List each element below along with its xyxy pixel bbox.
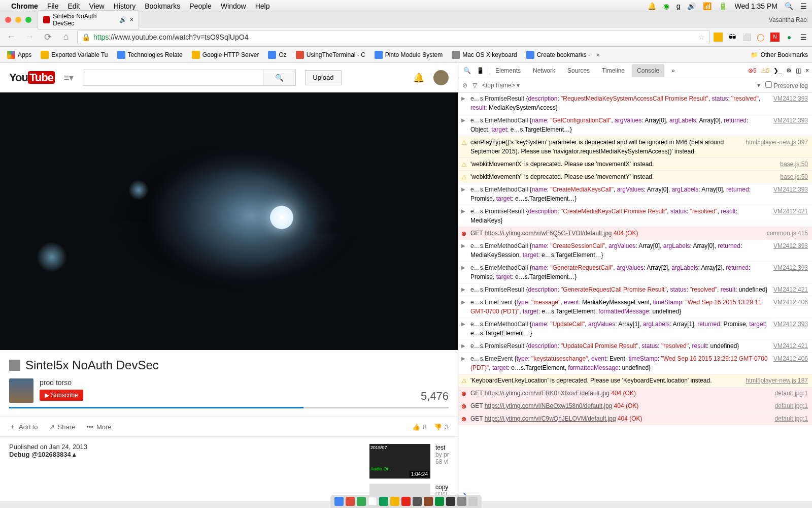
apps-button[interactable]: Apps (4, 49, 35, 60)
dock-app-icon[interactable] (346, 497, 355, 506)
console-log-obj[interactable]: e…s.EmeMethodCall {name: "UpdateCall", a… (458, 318, 812, 340)
zoom-window-button[interactable] (25, 17, 31, 23)
log-source-link[interactable]: html5player-new.js:397 (740, 138, 808, 156)
battery-icon[interactable]: 🔋 (719, 2, 727, 10)
bookmark-item[interactable]: Create bookmarks - (523, 49, 593, 60)
dock-icon[interactable]: ◫ (796, 67, 801, 74)
browser-tab[interactable]: Sintel5x NoAuth DevSec 🔊 × (38, 10, 139, 29)
console-log-warn[interactable]: canPlayType()'s 'keySystem' parameter is… (458, 136, 812, 158)
log-source-link[interactable]: VM2412:393 (768, 94, 808, 112)
console-log-obj[interactable]: e…s.EmeMethodCall {name: "GenerateReques… (458, 262, 812, 283)
log-source-link[interactable]: VM2412:393 (768, 263, 808, 281)
drawer-icon[interactable]: ❯_ (773, 67, 782, 74)
ext-icon-1[interactable] (714, 33, 723, 42)
console-prompt[interactable]: ❯ (458, 490, 812, 501)
bookmark-item[interactable]: Mac OS X keyboard (449, 49, 520, 60)
notification-icon[interactable]: 🔔 (648, 2, 656, 10)
log-source-link[interactable]: html5player-new.js:187 (740, 376, 808, 385)
warning-count[interactable]: ⚠5 (761, 67, 770, 74)
youtube-logo[interactable]: YouTube (9, 71, 55, 84)
account-avatar[interactable] (433, 70, 449, 85)
menu-window[interactable]: Window (221, 2, 246, 10)
dock-app-icon[interactable] (368, 497, 377, 506)
log-source-link[interactable]: VM2412:406 (768, 354, 808, 372)
ext-icon-2[interactable]: 🕶 (728, 33, 737, 42)
tab-audio-icon[interactable]: 🔊 (119, 16, 127, 23)
related-item[interactable]: 2015/07Audio On.1:04:24 testby pr68 vi (369, 444, 456, 479)
google-icon[interactable]: g (676, 2, 681, 10)
bookmark-item[interactable]: UsingTheTerminal - C (293, 49, 368, 60)
tab-close-icon[interactable]: × (130, 16, 133, 23)
close-window-button[interactable] (5, 17, 11, 23)
console-log-obj[interactable]: e…s.EmeMethodCall {name: "CreateSessionC… (458, 240, 812, 262)
like-button[interactable]: 👍8 (412, 423, 427, 431)
console-log-obj[interactable]: e…s.EmeMethodCall {name: "CreateMediaKey… (458, 183, 812, 205)
log-source-link[interactable]: default.jpg:1 (770, 414, 808, 423)
log-source-link[interactable]: VM2412:421 (768, 285, 808, 294)
bookmark-item[interactable]: Technologies Relate (114, 49, 186, 60)
log-source-link[interactable]: VM2412:393 (768, 116, 808, 134)
address-bar[interactable]: 🔒 https://www.youtube.com/watch?v=tsO9Sq… (77, 30, 709, 44)
console-log-obj[interactable]: e…s.PromiseResult {description: "Request… (458, 92, 812, 114)
tab-console[interactable]: Console (632, 64, 664, 77)
subscribe-button[interactable]: ▶ Subscribe (40, 390, 83, 401)
log-source-link[interactable]: base.js:50 (775, 172, 808, 181)
console-log-err[interactable]: GET https://i.ytimg.com/vi/C9wQhJELOVM/d… (458, 412, 812, 425)
tab-timeline[interactable]: Timeline (597, 64, 630, 77)
guide-icon[interactable]: ≡▾ (64, 72, 74, 83)
minimize-window-button[interactable] (15, 17, 21, 23)
menu-icon[interactable]: ☰ (800, 2, 807, 10)
log-source-link[interactable]: VM2412:406 (768, 298, 808, 316)
channel-name[interactable]: prod torso (40, 378, 83, 387)
console-log-err[interactable]: GET https://i.ytimg.com/vi/NBeOxw158n0/d… (458, 400, 812, 412)
settings-icon[interactable]: ⚙ (786, 67, 792, 74)
console-log-warn[interactable]: 'webkitMovementX' is deprecated. Please … (458, 158, 812, 171)
video-player[interactable] (0, 92, 458, 350)
clear-console-icon[interactable]: ⊘ (462, 82, 467, 89)
bookmark-item[interactable]: Exported Variable Tu (38, 49, 111, 60)
chrome-profile[interactable]: Vasantha Rao (769, 16, 807, 23)
console-log-obj[interactable]: e…s.EmeEvent {type: "keystatuseschange",… (458, 353, 812, 374)
clock[interactable]: Wed 1:35 PM (734, 2, 777, 10)
log-source-link[interactable]: VM2412:393 (768, 241, 808, 260)
devtools-close-icon[interactable]: × (805, 67, 809, 74)
device-icon[interactable]: 📱 (475, 67, 486, 74)
dock-app-icon[interactable] (413, 497, 422, 506)
console-log-err[interactable]: GET https://i.ytimg.com/vi/ERK0hXlxovE/d… (458, 387, 812, 400)
log-source-link[interactable]: common.js:415 (762, 229, 808, 238)
dock-app-icon[interactable] (457, 497, 466, 506)
dislike-button[interactable]: 👎3 (434, 423, 449, 431)
dock-app-icon[interactable] (357, 497, 366, 506)
menu-help[interactable]: Help (255, 2, 270, 10)
menu-edit[interactable]: Edit (67, 2, 80, 10)
log-source-link[interactable]: VM2412:393 (768, 320, 808, 338)
console-log-warn[interactable]: 'webkitMovementY' is deprecated. Please … (458, 171, 812, 183)
log-source-link[interactable]: base.js:50 (775, 160, 808, 169)
console-log-obj[interactable]: e…s.EmeMethodCall {name: "GetConfigurati… (458, 114, 812, 136)
dock-app-icon[interactable] (435, 497, 444, 506)
filter-icon[interactable]: ▽ (472, 82, 477, 89)
console-log-obj[interactable]: e…s.PromiseResult {description: "Generat… (458, 283, 812, 296)
hamburger-icon[interactable]: ☰ (799, 33, 808, 42)
volume-icon[interactable]: 🔊 (687, 2, 696, 10)
menu-file[interactable]: File (47, 2, 59, 10)
dock-app-icon[interactable] (424, 497, 433, 506)
console-log-obj[interactable]: e…s.EmeEvent {type: "message", event: Me… (458, 296, 812, 318)
preserve-log-checkbox[interactable]: Preserve log (765, 81, 808, 89)
frame-selector[interactable]: <top frame> ▾ (482, 82, 520, 89)
console-log-obj[interactable]: e…s.PromiseResult {description: "UpdateC… (458, 340, 812, 353)
log-source-link[interactable]: VM2412:421 (768, 341, 808, 351)
dock-app-icon[interactable] (446, 497, 455, 506)
back-button[interactable]: ← (4, 30, 18, 44)
log-source-link[interactable]: VM2412:421 (768, 207, 808, 225)
bookmark-item[interactable]: Oz (265, 49, 289, 60)
error-count[interactable]: ⊗5 (748, 67, 757, 74)
share-button[interactable]: ↗Share (49, 423, 76, 431)
star-icon[interactable]: ☆ (698, 33, 705, 41)
upload-button[interactable]: Upload (305, 70, 341, 85)
tab-elements[interactable]: Elements (490, 64, 526, 77)
notifications-icon[interactable]: 🔔 (413, 72, 424, 83)
cast-icon[interactable]: ⬜ (742, 33, 751, 42)
log-source-link[interactable]: default.jpg:1 (770, 389, 808, 398)
dropdown-icon[interactable]: ▾ (757, 82, 760, 89)
